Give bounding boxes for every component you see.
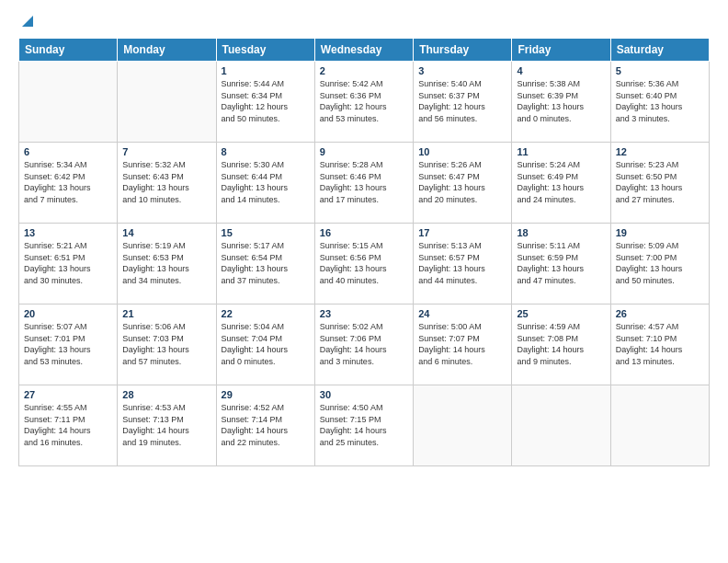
day-number: 15 bbox=[222, 227, 310, 238]
day-number: 6 bbox=[24, 146, 112, 157]
calendar-cell: 19Sunrise: 5:09 AM Sunset: 7:00 PM Dayli… bbox=[610, 224, 709, 304]
day-number: 19 bbox=[616, 227, 704, 238]
calendar: SundayMondayTuesdayWednesdayThursdayFrid… bbox=[18, 38, 710, 466]
day-info: Sunrise: 5:19 AM Sunset: 6:53 PM Dayligh… bbox=[122, 240, 210, 286]
calendar-week-row: 27Sunrise: 4:55 AM Sunset: 7:11 PM Dayli… bbox=[19, 385, 710, 466]
calendar-cell: 23Sunrise: 5:02 AM Sunset: 7:06 PM Dayli… bbox=[314, 304, 413, 385]
day-number: 12 bbox=[616, 146, 704, 157]
day-number: 17 bbox=[418, 227, 506, 238]
day-info: Sunrise: 4:52 AM Sunset: 7:14 PM Dayligh… bbox=[222, 402, 310, 448]
calendar-week-row: 6Sunrise: 5:34 AM Sunset: 6:42 PM Daylig… bbox=[19, 143, 710, 224]
calendar-cell: 18Sunrise: 5:11 AM Sunset: 6:59 PM Dayli… bbox=[512, 224, 610, 304]
calendar-cell: 1Sunrise: 5:44 AM Sunset: 6:34 PM Daylig… bbox=[216, 62, 314, 143]
day-info: Sunrise: 5:04 AM Sunset: 7:04 PM Dayligh… bbox=[222, 321, 310, 367]
day-number: 23 bbox=[320, 308, 408, 319]
day-info: Sunrise: 5:09 AM Sunset: 7:00 PM Dayligh… bbox=[616, 240, 704, 286]
calendar-cell: 5Sunrise: 5:36 AM Sunset: 6:40 PM Daylig… bbox=[610, 62, 709, 143]
day-info: Sunrise: 5:17 AM Sunset: 6:54 PM Dayligh… bbox=[222, 240, 310, 286]
day-number: 25 bbox=[517, 308, 605, 319]
day-info: Sunrise: 5:23 AM Sunset: 6:50 PM Dayligh… bbox=[616, 159, 704, 205]
day-number: 18 bbox=[517, 227, 605, 238]
day-info: Sunrise: 5:07 AM Sunset: 7:01 PM Dayligh… bbox=[24, 321, 112, 367]
calendar-cell: 11Sunrise: 5:24 AM Sunset: 6:49 PM Dayli… bbox=[512, 143, 610, 224]
weekday-header: Sunday bbox=[19, 39, 118, 62]
calendar-cell: 12Sunrise: 5:23 AM Sunset: 6:50 PM Dayli… bbox=[610, 143, 709, 224]
day-number: 26 bbox=[616, 308, 704, 319]
day-number: 1 bbox=[222, 65, 310, 76]
calendar-cell: 17Sunrise: 5:13 AM Sunset: 6:57 PM Dayli… bbox=[414, 224, 512, 304]
day-number: 30 bbox=[320, 389, 408, 400]
day-info: Sunrise: 5:21 AM Sunset: 6:51 PM Dayligh… bbox=[24, 240, 112, 286]
calendar-cell: 22Sunrise: 5:04 AM Sunset: 7:04 PM Dayli… bbox=[216, 304, 314, 385]
day-number: 2 bbox=[320, 65, 408, 76]
calendar-cell: 27Sunrise: 4:55 AM Sunset: 7:11 PM Dayli… bbox=[19, 385, 118, 466]
day-number: 29 bbox=[222, 389, 310, 400]
day-info: Sunrise: 5:00 AM Sunset: 7:07 PM Dayligh… bbox=[418, 321, 506, 367]
calendar-cell: 2Sunrise: 5:42 AM Sunset: 6:36 PM Daylig… bbox=[314, 62, 413, 143]
weekday-header: Tuesday bbox=[216, 39, 314, 62]
calendar-week-row: 20Sunrise: 5:07 AM Sunset: 7:01 PM Dayli… bbox=[19, 304, 710, 385]
day-info: Sunrise: 5:06 AM Sunset: 7:03 PM Dayligh… bbox=[122, 321, 210, 367]
day-number: 11 bbox=[517, 146, 605, 157]
calendar-cell bbox=[19, 62, 118, 143]
calendar-cell: 13Sunrise: 5:21 AM Sunset: 6:51 PM Dayli… bbox=[19, 224, 118, 304]
calendar-week-row: 13Sunrise: 5:21 AM Sunset: 6:51 PM Dayli… bbox=[19, 224, 710, 304]
day-info: Sunrise: 5:02 AM Sunset: 7:06 PM Dayligh… bbox=[320, 321, 408, 367]
calendar-cell: 26Sunrise: 4:57 AM Sunset: 7:10 PM Dayli… bbox=[610, 304, 709, 385]
weekday-header-row: SundayMondayTuesdayWednesdayThursdayFrid… bbox=[19, 39, 710, 62]
day-number: 4 bbox=[517, 65, 605, 76]
day-info: Sunrise: 5:26 AM Sunset: 6:47 PM Dayligh… bbox=[418, 159, 506, 205]
day-info: Sunrise: 5:38 AM Sunset: 6:39 PM Dayligh… bbox=[517, 78, 605, 124]
calendar-cell bbox=[414, 385, 512, 466]
day-info: Sunrise: 4:55 AM Sunset: 7:11 PM Dayligh… bbox=[24, 402, 112, 448]
day-info: Sunrise: 5:42 AM Sunset: 6:36 PM Dayligh… bbox=[320, 78, 408, 124]
calendar-cell: 15Sunrise: 5:17 AM Sunset: 6:54 PM Dayli… bbox=[216, 224, 314, 304]
calendar-cell bbox=[512, 385, 610, 466]
day-info: Sunrise: 5:36 AM Sunset: 6:40 PM Dayligh… bbox=[616, 78, 704, 124]
day-info: Sunrise: 4:50 AM Sunset: 7:15 PM Dayligh… bbox=[320, 402, 408, 448]
day-number: 10 bbox=[418, 146, 506, 157]
day-info: Sunrise: 5:13 AM Sunset: 6:57 PM Dayligh… bbox=[418, 240, 506, 286]
logo-triangle-icon bbox=[20, 14, 35, 29]
day-number: 16 bbox=[320, 227, 408, 238]
day-info: Sunrise: 4:53 AM Sunset: 7:13 PM Dayligh… bbox=[122, 402, 210, 448]
calendar-cell: 21Sunrise: 5:06 AM Sunset: 7:03 PM Dayli… bbox=[118, 304, 216, 385]
day-info: Sunrise: 5:24 AM Sunset: 6:49 PM Dayligh… bbox=[517, 159, 605, 205]
day-number: 14 bbox=[122, 227, 210, 238]
day-number: 9 bbox=[320, 146, 408, 157]
day-number: 3 bbox=[418, 65, 506, 76]
header bbox=[18, 14, 710, 29]
calendar-cell: 20Sunrise: 5:07 AM Sunset: 7:01 PM Dayli… bbox=[19, 304, 118, 385]
day-number: 27 bbox=[24, 389, 112, 400]
calendar-cell: 28Sunrise: 4:53 AM Sunset: 7:13 PM Dayli… bbox=[118, 385, 216, 466]
day-info: Sunrise: 5:15 AM Sunset: 6:56 PM Dayligh… bbox=[320, 240, 408, 286]
weekday-header: Thursday bbox=[414, 39, 512, 62]
day-info: Sunrise: 4:57 AM Sunset: 7:10 PM Dayligh… bbox=[616, 321, 704, 367]
weekday-header: Friday bbox=[512, 39, 610, 62]
day-number: 20 bbox=[24, 308, 112, 319]
weekday-header: Saturday bbox=[610, 39, 709, 62]
calendar-cell: 6Sunrise: 5:34 AM Sunset: 6:42 PM Daylig… bbox=[19, 143, 118, 224]
day-number: 22 bbox=[222, 308, 310, 319]
weekday-header: Wednesday bbox=[314, 39, 413, 62]
calendar-cell: 29Sunrise: 4:52 AM Sunset: 7:14 PM Dayli… bbox=[216, 385, 314, 466]
day-info: Sunrise: 5:34 AM Sunset: 6:42 PM Dayligh… bbox=[24, 159, 112, 205]
calendar-cell: 30Sunrise: 4:50 AM Sunset: 7:15 PM Dayli… bbox=[314, 385, 413, 466]
calendar-cell bbox=[610, 385, 709, 466]
day-info: Sunrise: 5:11 AM Sunset: 6:59 PM Dayligh… bbox=[517, 240, 605, 286]
day-number: 7 bbox=[122, 146, 210, 157]
calendar-cell: 4Sunrise: 5:38 AM Sunset: 6:39 PM Daylig… bbox=[512, 62, 610, 143]
calendar-cell: 8Sunrise: 5:30 AM Sunset: 6:44 PM Daylig… bbox=[216, 143, 314, 224]
weekday-header: Monday bbox=[118, 39, 216, 62]
day-info: Sunrise: 5:40 AM Sunset: 6:37 PM Dayligh… bbox=[418, 78, 506, 124]
logo bbox=[18, 14, 35, 29]
day-number: 21 bbox=[122, 308, 210, 319]
calendar-cell: 24Sunrise: 5:00 AM Sunset: 7:07 PM Dayli… bbox=[414, 304, 512, 385]
day-number: 8 bbox=[222, 146, 310, 157]
calendar-cell: 7Sunrise: 5:32 AM Sunset: 6:43 PM Daylig… bbox=[118, 143, 216, 224]
day-number: 24 bbox=[418, 308, 506, 319]
calendar-cell: 16Sunrise: 5:15 AM Sunset: 6:56 PM Dayli… bbox=[314, 224, 413, 304]
calendar-cell: 14Sunrise: 5:19 AM Sunset: 6:53 PM Dayli… bbox=[118, 224, 216, 304]
calendar-cell: 3Sunrise: 5:40 AM Sunset: 6:37 PM Daylig… bbox=[414, 62, 512, 143]
day-info: Sunrise: 5:30 AM Sunset: 6:44 PM Dayligh… bbox=[222, 159, 310, 205]
